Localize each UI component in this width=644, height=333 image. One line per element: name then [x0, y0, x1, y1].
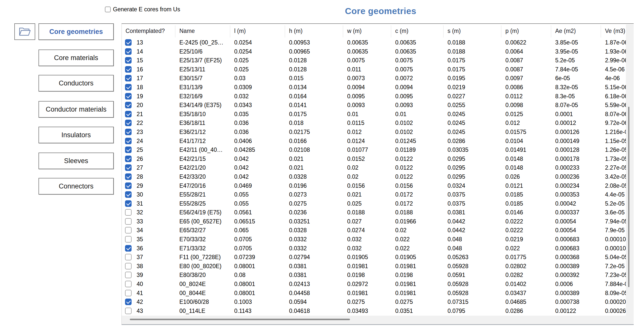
contemplated-checkbox[interactable] [125, 182, 132, 189]
column-header-s[interactable]: s (m) [448, 24, 461, 38]
table-row[interactable]: 24 E41/17/12 0.0406 0.0166 0.0124 0.0124… [122, 137, 626, 146]
sidebar-item-conductors[interactable]: Conductors [38, 75, 114, 91]
column-header-ve[interactable]: Ve (m3) [605, 24, 625, 38]
table-row[interactable]: 42 E100/60/28 0.1003 0.0594 0.0275 0.027… [122, 298, 626, 307]
table-row[interactable]: 17 E30/15/7 0.03 0.015 0.0073 0.0072 0.0… [122, 74, 626, 83]
contemplated-checkbox[interactable] [125, 48, 132, 55]
w-cell: 0.0274 [347, 226, 365, 235]
column-header-h[interactable]: h (m) [289, 24, 303, 38]
table-row[interactable]: 16 E25/13/11 0.025 0.0128 0.011 0.0075 0… [122, 65, 626, 74]
checkbox-box-icon[interactable] [105, 7, 111, 12]
contemplated-checkbox[interactable] [125, 164, 132, 171]
l-cell: 0.0343 [234, 101, 252, 110]
column-header-ae[interactable]: Ae (m2) [555, 24, 576, 38]
vertical-scrollbar-thumb[interactable] [628, 107, 629, 287]
table-row[interactable]: 32 E56/24/19 (E75) 0.0561 0.0236 0.0188 … [122, 208, 626, 217]
table-row[interactable]: 23 E36/21/12 0.036 0.02175 0.012 0.0102 … [122, 128, 626, 137]
vertical-scrollbar[interactable] [626, 24, 634, 316]
contemplated-checkbox[interactable] [125, 290, 132, 296]
table-row[interactable]: 40 00_8024E 0.08001 0.02413 0.02972 0.01… [122, 280, 626, 289]
column-header-l[interactable]: l (m) [234, 24, 246, 38]
ae-cell: 0.00054 [555, 217, 576, 226]
contemplated-checkbox[interactable] [125, 245, 132, 252]
horizontal-scrollbar[interactable] [122, 316, 634, 324]
table-row[interactable]: 29 E47/20/16 0.0469 0.0196 0.0156 0.0156… [122, 181, 626, 191]
contemplated-checkbox[interactable] [125, 254, 132, 260]
contemplated-checkbox[interactable] [125, 66, 132, 73]
contemplated-checkbox[interactable] [125, 272, 132, 278]
name-cell: E42/33/20 [179, 172, 206, 181]
table-row[interactable]: 25 E42/11 (00_40… 0.04285 0.02108 0.0107… [122, 146, 626, 155]
c-cell: 0.01 [395, 110, 407, 119]
contemplated-checkbox[interactable] [125, 236, 132, 243]
contemplated-checkbox[interactable] [125, 147, 132, 153]
table-row[interactable]: 37 F11 (00_7228E) 0.07239 0.02794 0.0190… [122, 253, 626, 262]
table-row[interactable]: 43 00_114LE 0.1143 0.04618 0.03493 0.035… [122, 307, 626, 316]
contemplated-checkbox[interactable] [125, 156, 132, 162]
w-cell: 0.0115 [347, 119, 365, 128]
contemplated-checkbox[interactable] [125, 263, 132, 269]
table-row[interactable]: 27 E42/21/20 0.042 0.021 0.02 0.0122 0.0… [122, 163, 626, 172]
table-row[interactable]: 39 E80/38/20 0.08 0.0381 0.0198 0.0198 0… [122, 271, 626, 280]
table-row[interactable]: 26 E42/21/15 0.042 0.021 0.0152 0.0122 0… [122, 155, 626, 164]
table-row[interactable]: 14 E25/10/6 0.0254 0.00965 0.00635 0.006… [122, 47, 626, 56]
table-row[interactable]: 34 E65/32/27 0.065 0.0328 0.0274 0.02 0.… [122, 226, 626, 235]
contemplated-checkbox[interactable] [125, 84, 132, 90]
contemplated-checkbox[interactable] [125, 57, 132, 64]
table-row[interactable]: 31 E55/28/25 0.055 0.0275 0.025 0.0172 0… [122, 199, 626, 208]
p-cell: 0.0286 [505, 307, 523, 316]
column-header-c[interactable]: c (m) [395, 24, 408, 38]
contemplated-checkbox[interactable] [125, 102, 132, 108]
horizontal-scrollbar-thumb[interactable] [130, 319, 350, 320]
generate-e-cores-checkbox[interactable]: Generate E cores from Us [105, 6, 180, 13]
contemplated-checkbox[interactable] [125, 75, 132, 81]
column-header-w[interactable]: w (m) [347, 24, 361, 38]
contemplated-checkbox[interactable] [125, 299, 132, 305]
table-row[interactable]: 35 E70/33/32 0.0705 0.0332 0.032 0.022 0… [122, 235, 626, 244]
contemplated-checkbox[interactable] [125, 39, 132, 46]
table-row[interactable]: 33 E65 (00_6527E) 0.06515 0.03251 0.027 … [122, 217, 626, 226]
name-cell: 00_114LE [179, 307, 205, 316]
ae-cell: 0.000353 [555, 190, 579, 199]
table-row[interactable]: 13 E-2425 (00_25… 0.0254 0.00953 0.00635… [122, 38, 626, 47]
table-row[interactable]: 19 E32/16/9 0.032 0.0164 0.0095 0.0095 0… [122, 92, 626, 101]
contemplated-checkbox[interactable] [125, 111, 132, 117]
contemplated-checkbox[interactable] [125, 218, 132, 225]
table-row[interactable]: 41 00_8044E 0.08001 0.04458 0.01981 0.01… [122, 289, 626, 298]
ae-cell: 0.000683 [555, 235, 579, 244]
table-row[interactable]: 28 E42/33/20 0.042 0.0328 0.02 0.0122 0.… [122, 172, 626, 181]
contemplated-checkbox[interactable] [125, 308, 132, 314]
contemplated-checkbox[interactable] [125, 191, 132, 198]
table-row[interactable]: 21 E35/18/10 0.035 0.0175 0.01 0.01 0.02… [122, 110, 626, 119]
c-cell: 0.01966 [395, 217, 416, 226]
sidebar-item-core-materials[interactable]: Core materials [38, 50, 114, 66]
sidebar-item-connectors[interactable]: Connectors [38, 178, 114, 195]
sidebar-item-core-geometries[interactable]: Core geometries [38, 23, 114, 40]
l-cell: 0.04285 [234, 146, 255, 155]
sidebar-item-sleeves[interactable]: Sleeves [38, 153, 114, 169]
contemplated-checkbox[interactable] [125, 138, 132, 144]
table-row[interactable]: 36 E71/33/32 0.0705 0.0332 0.032 0.022 0… [122, 244, 626, 253]
column-header-p[interactable]: p (m) [505, 24, 519, 38]
contemplated-checkbox[interactable] [125, 281, 132, 287]
table-row[interactable]: 15 E25/13/7 (EF25) 0.025 0.0128 0.0075 0… [122, 56, 626, 65]
contemplated-checkbox[interactable] [125, 93, 132, 100]
contemplated-checkbox[interactable] [125, 173, 132, 180]
table-row[interactable]: 20 E34/14/9 (E375) 0.0343 0.0141 0.0093 … [122, 101, 626, 110]
sidebar-item-conductor-materials[interactable]: Conductor materials [38, 101, 114, 118]
table-row[interactable]: 18 E31/13/9 0.0309 0.0134 0.0094 0.0094 … [122, 83, 626, 92]
sidebar-item-insulators[interactable]: Insulators [38, 127, 114, 143]
open-file-button[interactable] [14, 23, 35, 40]
contemplated-checkbox[interactable] [125, 200, 132, 207]
contemplated-checkbox[interactable] [125, 129, 132, 135]
l-cell: 0.06515 [234, 217, 255, 226]
table-row[interactable]: 22 E36/18/11 0.036 0.018 0.0115 0.0102 0… [122, 119, 626, 128]
table-row[interactable]: 38 E80 (00_8020E) 0.08001 0.0381 0.01981… [122, 262, 626, 271]
p-cell: 0.012 [505, 119, 520, 128]
contemplated-checkbox[interactable] [125, 227, 132, 233]
contemplated-checkbox[interactable] [125, 120, 132, 126]
column-header-contemplated[interactable]: Contemplated? [126, 24, 165, 38]
contemplated-checkbox[interactable] [125, 209, 132, 216]
table-row[interactable]: 30 E55/28/21 0.055 0.0273 0.021 0.0172 0… [122, 190, 626, 199]
column-header-name[interactable]: Name [179, 24, 195, 38]
